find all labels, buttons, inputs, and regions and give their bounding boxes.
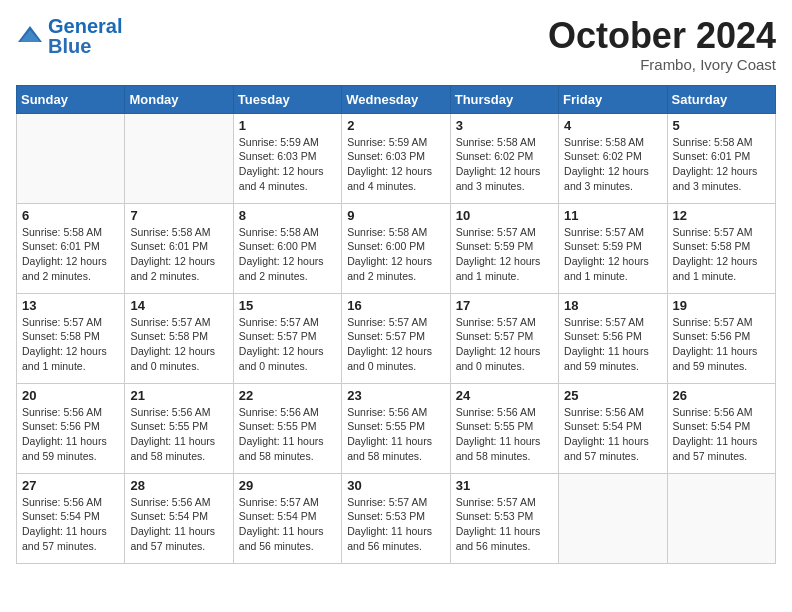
day-info: Sunrise: 5:57 AM Sunset: 5:59 PM Dayligh… xyxy=(564,225,661,284)
day-info: Sunrise: 5:57 AM Sunset: 5:54 PM Dayligh… xyxy=(239,495,336,554)
day-number: 14 xyxy=(130,298,227,313)
week-row-5: 27Sunrise: 5:56 AM Sunset: 5:54 PM Dayli… xyxy=(17,473,776,563)
day-number: 20 xyxy=(22,388,119,403)
header-sunday: Sunday xyxy=(17,85,125,113)
calendar-table: Sunday Monday Tuesday Wednesday Thursday… xyxy=(16,85,776,564)
day-number: 26 xyxy=(673,388,770,403)
table-row: 2Sunrise: 5:59 AM Sunset: 6:03 PM Daylig… xyxy=(342,113,450,203)
day-number: 1 xyxy=(239,118,336,133)
table-row: 21Sunrise: 5:56 AM Sunset: 5:55 PM Dayli… xyxy=(125,383,233,473)
day-number: 7 xyxy=(130,208,227,223)
table-row: 5Sunrise: 5:58 AM Sunset: 6:01 PM Daylig… xyxy=(667,113,775,203)
day-info: Sunrise: 5:56 AM Sunset: 5:54 PM Dayligh… xyxy=(564,405,661,464)
day-info: Sunrise: 5:57 AM Sunset: 5:53 PM Dayligh… xyxy=(347,495,444,554)
day-info: Sunrise: 5:56 AM Sunset: 5:54 PM Dayligh… xyxy=(130,495,227,554)
week-row-2: 6Sunrise: 5:58 AM Sunset: 6:01 PM Daylig… xyxy=(17,203,776,293)
week-row-4: 20Sunrise: 5:56 AM Sunset: 5:56 PM Dayli… xyxy=(17,383,776,473)
table-row: 12Sunrise: 5:57 AM Sunset: 5:58 PM Dayli… xyxy=(667,203,775,293)
table-row: 14Sunrise: 5:57 AM Sunset: 5:58 PM Dayli… xyxy=(125,293,233,383)
table-row: 30Sunrise: 5:57 AM Sunset: 5:53 PM Dayli… xyxy=(342,473,450,563)
table-row: 3Sunrise: 5:58 AM Sunset: 6:02 PM Daylig… xyxy=(450,113,558,203)
table-row: 18Sunrise: 5:57 AM Sunset: 5:56 PM Dayli… xyxy=(559,293,667,383)
table-row: 1Sunrise: 5:59 AM Sunset: 6:03 PM Daylig… xyxy=(233,113,341,203)
title-block: October 2024 Frambo, Ivory Coast xyxy=(548,16,776,73)
day-number: 3 xyxy=(456,118,553,133)
day-info: Sunrise: 5:57 AM Sunset: 5:59 PM Dayligh… xyxy=(456,225,553,284)
day-number: 4 xyxy=(564,118,661,133)
table-row: 13Sunrise: 5:57 AM Sunset: 5:58 PM Dayli… xyxy=(17,293,125,383)
table-row: 22Sunrise: 5:56 AM Sunset: 5:55 PM Dayli… xyxy=(233,383,341,473)
table-row xyxy=(17,113,125,203)
table-row: 19Sunrise: 5:57 AM Sunset: 5:56 PM Dayli… xyxy=(667,293,775,383)
day-number: 12 xyxy=(673,208,770,223)
day-number: 19 xyxy=(673,298,770,313)
day-number: 10 xyxy=(456,208,553,223)
day-info: Sunrise: 5:57 AM Sunset: 5:53 PM Dayligh… xyxy=(456,495,553,554)
table-row: 20Sunrise: 5:56 AM Sunset: 5:56 PM Dayli… xyxy=(17,383,125,473)
table-row xyxy=(667,473,775,563)
day-number: 25 xyxy=(564,388,661,403)
day-number: 8 xyxy=(239,208,336,223)
header-tuesday: Tuesday xyxy=(233,85,341,113)
day-info: Sunrise: 5:56 AM Sunset: 5:54 PM Dayligh… xyxy=(673,405,770,464)
day-info: Sunrise: 5:57 AM Sunset: 5:58 PM Dayligh… xyxy=(673,225,770,284)
day-info: Sunrise: 5:58 AM Sunset: 6:01 PM Dayligh… xyxy=(673,135,770,194)
week-row-3: 13Sunrise: 5:57 AM Sunset: 5:58 PM Dayli… xyxy=(17,293,776,383)
day-info: Sunrise: 5:56 AM Sunset: 5:55 PM Dayligh… xyxy=(239,405,336,464)
table-row: 28Sunrise: 5:56 AM Sunset: 5:54 PM Dayli… xyxy=(125,473,233,563)
month-title: October 2024 xyxy=(548,16,776,56)
day-info: Sunrise: 5:56 AM Sunset: 5:55 PM Dayligh… xyxy=(130,405,227,464)
header-saturday: Saturday xyxy=(667,85,775,113)
day-number: 28 xyxy=(130,478,227,493)
logo-text: GeneralBlue xyxy=(48,16,122,56)
day-info: Sunrise: 5:58 AM Sunset: 6:01 PM Dayligh… xyxy=(130,225,227,284)
location-subtitle: Frambo, Ivory Coast xyxy=(548,56,776,73)
day-number: 13 xyxy=(22,298,119,313)
table-row: 17Sunrise: 5:57 AM Sunset: 5:57 PM Dayli… xyxy=(450,293,558,383)
header-wednesday: Wednesday xyxy=(342,85,450,113)
day-info: Sunrise: 5:57 AM Sunset: 5:57 PM Dayligh… xyxy=(456,315,553,374)
day-number: 21 xyxy=(130,388,227,403)
day-info: Sunrise: 5:57 AM Sunset: 5:56 PM Dayligh… xyxy=(564,315,661,374)
day-number: 29 xyxy=(239,478,336,493)
day-info: Sunrise: 5:56 AM Sunset: 5:54 PM Dayligh… xyxy=(22,495,119,554)
day-number: 24 xyxy=(456,388,553,403)
table-row: 16Sunrise: 5:57 AM Sunset: 5:57 PM Dayli… xyxy=(342,293,450,383)
day-number: 15 xyxy=(239,298,336,313)
table-row xyxy=(559,473,667,563)
day-info: Sunrise: 5:57 AM Sunset: 5:57 PM Dayligh… xyxy=(239,315,336,374)
day-number: 9 xyxy=(347,208,444,223)
day-number: 17 xyxy=(456,298,553,313)
day-info: Sunrise: 5:56 AM Sunset: 5:55 PM Dayligh… xyxy=(456,405,553,464)
table-row: 23Sunrise: 5:56 AM Sunset: 5:55 PM Dayli… xyxy=(342,383,450,473)
day-info: Sunrise: 5:58 AM Sunset: 6:02 PM Dayligh… xyxy=(456,135,553,194)
table-row: 29Sunrise: 5:57 AM Sunset: 5:54 PM Dayli… xyxy=(233,473,341,563)
day-info: Sunrise: 5:59 AM Sunset: 6:03 PM Dayligh… xyxy=(347,135,444,194)
day-info: Sunrise: 5:57 AM Sunset: 5:57 PM Dayligh… xyxy=(347,315,444,374)
table-row: 8Sunrise: 5:58 AM Sunset: 6:00 PM Daylig… xyxy=(233,203,341,293)
header-thursday: Thursday xyxy=(450,85,558,113)
table-row: 31Sunrise: 5:57 AM Sunset: 5:53 PM Dayli… xyxy=(450,473,558,563)
table-row: 11Sunrise: 5:57 AM Sunset: 5:59 PM Dayli… xyxy=(559,203,667,293)
day-number: 23 xyxy=(347,388,444,403)
day-info: Sunrise: 5:59 AM Sunset: 6:03 PM Dayligh… xyxy=(239,135,336,194)
day-info: Sunrise: 5:57 AM Sunset: 5:58 PM Dayligh… xyxy=(22,315,119,374)
day-info: Sunrise: 5:57 AM Sunset: 5:56 PM Dayligh… xyxy=(673,315,770,374)
day-info: Sunrise: 5:58 AM Sunset: 6:00 PM Dayligh… xyxy=(239,225,336,284)
header-friday: Friday xyxy=(559,85,667,113)
day-info: Sunrise: 5:58 AM Sunset: 6:02 PM Dayligh… xyxy=(564,135,661,194)
day-number: 6 xyxy=(22,208,119,223)
table-row: 7Sunrise: 5:58 AM Sunset: 6:01 PM Daylig… xyxy=(125,203,233,293)
logo: GeneralBlue xyxy=(16,16,122,56)
day-number: 2 xyxy=(347,118,444,133)
calendar-header-row: Sunday Monday Tuesday Wednesday Thursday… xyxy=(17,85,776,113)
day-info: Sunrise: 5:58 AM Sunset: 6:00 PM Dayligh… xyxy=(347,225,444,284)
day-number: 18 xyxy=(564,298,661,313)
day-info: Sunrise: 5:56 AM Sunset: 5:55 PM Dayligh… xyxy=(347,405,444,464)
page-header: GeneralBlue October 2024 Frambo, Ivory C… xyxy=(16,16,776,73)
header-monday: Monday xyxy=(125,85,233,113)
day-info: Sunrise: 5:56 AM Sunset: 5:56 PM Dayligh… xyxy=(22,405,119,464)
table-row: 26Sunrise: 5:56 AM Sunset: 5:54 PM Dayli… xyxy=(667,383,775,473)
day-number: 27 xyxy=(22,478,119,493)
day-number: 16 xyxy=(347,298,444,313)
